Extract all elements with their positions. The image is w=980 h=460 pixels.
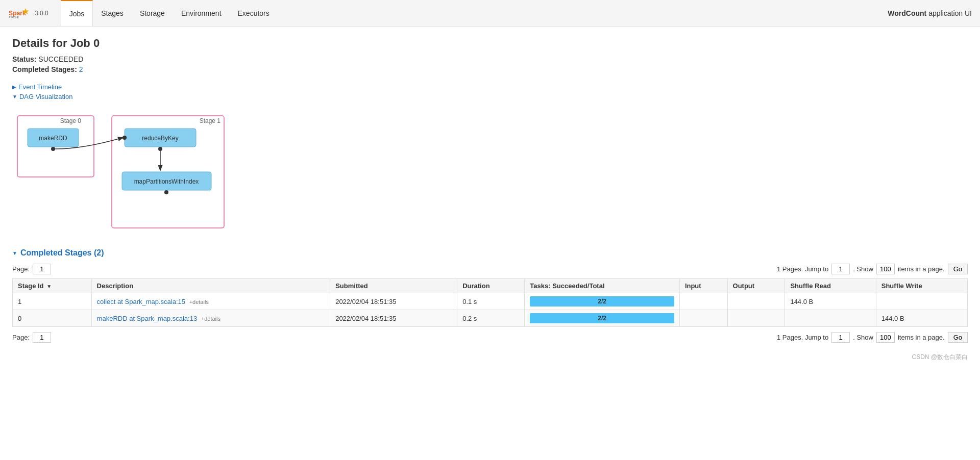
page-label-bottom: Page:: [12, 334, 30, 341]
col-shuffle-read[interactable]: Shuffle Read: [785, 279, 876, 293]
cell-submitted: 2022/02/04 18:51:35: [330, 310, 457, 327]
col-submitted[interactable]: Submitted: [330, 279, 457, 293]
cell-output: [727, 293, 785, 310]
nav-jobs[interactable]: Jobs: [61, 0, 93, 26]
dag-svg: Stage 0 makeRDD Stage 1 reduceByKey mapP…: [12, 106, 247, 238]
table-header: Stage Id ▼ Description Submitted Duratio…: [13, 279, 968, 293]
col-description[interactable]: Description: [91, 279, 330, 293]
description-link[interactable]: makeRDD at Spark_map.scala:13: [97, 315, 198, 322]
stages-table: Stage Id ▼ Description Submitted Duratio…: [12, 278, 968, 327]
app-name: WordCount: [888, 9, 926, 17]
col-stage-id[interactable]: Stage Id ▼: [13, 279, 92, 293]
nav-links: Jobs Stages Storage Environment Executor…: [61, 0, 278, 26]
table-header-row: Stage Id ▼ Description Submitted Duratio…: [13, 279, 968, 293]
cell-description: collect at Spark_map.scala:15 +details: [91, 293, 330, 310]
details-link[interactable]: +details: [201, 316, 220, 322]
page-label-top: Page:: [12, 265, 30, 273]
cell-stage-id: 1: [13, 293, 92, 310]
status-value: SUCCEEDED: [38, 55, 83, 63]
main-content: Details for Job 0 Status: SUCCEEDED Comp…: [0, 27, 980, 372]
completed-stages-line: Completed Stages: 2: [12, 65, 968, 73]
spark-logo-icon: Spark APACHE: [8, 4, 31, 22]
event-timeline-triangle: ▶: [12, 84, 16, 90]
show-input-bottom[interactable]: [876, 332, 895, 343]
col-shuffle-write[interactable]: Shuffle Write: [876, 279, 967, 293]
go-button-bottom[interactable]: Go: [948, 332, 968, 343]
details-link[interactable]: +details: [189, 299, 209, 305]
table-row: 1 collect at Spark_map.scala:15 +details…: [13, 293, 968, 310]
cell-stage-id: 0: [13, 310, 92, 327]
dag-viz-label: DAG Visualization: [19, 93, 73, 100]
page-info-left-bottom: Page:: [12, 332, 51, 343]
page-input-bottom[interactable]: [33, 332, 51, 343]
navbar-title: WordCount application UI: [888, 9, 972, 17]
col-input[interactable]: Input: [679, 279, 727, 293]
svg-text:Stage 0: Stage 0: [60, 117, 82, 124]
nav-storage[interactable]: Storage: [132, 0, 173, 26]
cell-shuffle-write: [876, 293, 967, 310]
dag-viz-toggle[interactable]: ▼ DAG Visualization: [12, 93, 968, 100]
nav-executors[interactable]: Executors: [230, 0, 278, 26]
cell-input: [679, 293, 727, 310]
cell-output: [727, 310, 785, 327]
svg-point-16: [164, 190, 168, 194]
cell-shuffle-write: 144.0 B: [876, 310, 967, 327]
go-button-top[interactable]: Go: [948, 264, 968, 274]
jump-input-top[interactable]: [831, 264, 850, 274]
spark-version: 3.0.0: [35, 10, 48, 17]
cell-duration: 0.2 s: [457, 310, 525, 327]
table-row: 0 makeRDD at Spark_map.scala:13 +details…: [13, 310, 968, 327]
event-timeline-toggle[interactable]: ▶ Event Timeline: [12, 83, 968, 91]
completed-stages-section-header[interactable]: ▼ Completed Stages (2): [12, 248, 968, 258]
col-tasks[interactable]: Tasks: Succeeded/Total: [525, 279, 680, 293]
table-body: 1 collect at Spark_map.scala:15 +details…: [13, 293, 968, 327]
progress-bar-fill: 2/2: [530, 296, 674, 306]
pages-text-bottom: 1 Pages. Jump to: [777, 334, 828, 341]
show-label-bottom: . Show: [853, 334, 873, 341]
progress-bar-fill: 2/2: [530, 313, 674, 323]
svg-point-7: [51, 147, 55, 151]
show-input-top[interactable]: [876, 264, 895, 274]
pages-text-top: 1 Pages. Jump to: [777, 265, 828, 273]
cell-shuffle-read: [785, 310, 876, 327]
nav-stages[interactable]: Stages: [93, 0, 132, 26]
cell-tasks: 2/2: [525, 293, 680, 310]
dag-viz-triangle: ▼: [12, 94, 17, 99]
navbar: Spark APACHE 3.0.0 Jobs Stages Storage E…: [0, 0, 980, 27]
tasks-value: 2/2: [598, 298, 606, 305]
jump-input-bottom[interactable]: [831, 332, 850, 343]
pagination-bottom: Page: 1 Pages. Jump to . Show items in a…: [12, 332, 968, 343]
cell-tasks: 2/2: [525, 310, 680, 327]
cell-shuffle-read: 144.0 B: [785, 293, 876, 310]
completed-stages-label: Completed Stages:: [12, 65, 77, 73]
svg-text:mapPartitionsWithIndex: mapPartitionsWithIndex: [134, 178, 199, 185]
description-link[interactable]: collect at Spark_map.scala:15: [97, 298, 185, 305]
svg-point-12: [122, 136, 127, 140]
nav-environment[interactable]: Environment: [173, 0, 230, 26]
status-label: Status:: [12, 55, 36, 63]
brand: Spark APACHE 3.0.0: [8, 4, 48, 22]
progress-bar-container: 2/2: [530, 296, 674, 306]
page-info-left-top: Page:: [12, 264, 51, 274]
dag-visualization: Stage 0 makeRDD Stage 1 reduceByKey mapP…: [12, 106, 247, 238]
completed-stages-triangle: ▼: [12, 250, 17, 256]
page-info-right-bottom: 1 Pages. Jump to . Show items in a page.…: [777, 332, 968, 343]
pagination-top: Page: 1 Pages. Jump to . Show items in a…: [12, 264, 968, 274]
page-input-top[interactable]: [33, 264, 51, 274]
event-timeline-label: Event Timeline: [18, 83, 62, 91]
tasks-value: 2/2: [598, 315, 606, 322]
status-line: Status: SUCCEEDED: [12, 55, 968, 63]
col-duration[interactable]: Duration: [457, 279, 525, 293]
svg-text:makeRDD: makeRDD: [39, 135, 67, 142]
completed-stages-title: Completed Stages (2): [20, 248, 104, 258]
svg-text:reduceByKey: reduceByKey: [142, 135, 178, 142]
col-output[interactable]: Output: [727, 279, 785, 293]
sort-arrow-stage-id: ▼: [46, 284, 52, 289]
cell-description: makeRDD at Spark_map.scala:13 +details: [91, 310, 330, 327]
page-info-right-top: 1 Pages. Jump to . Show items in a page.…: [777, 264, 968, 274]
svg-text:APACHE: APACHE: [9, 16, 19, 18]
items-label-bottom: items in a page.: [898, 334, 945, 341]
svg-text:Stage 1: Stage 1: [200, 117, 221, 124]
completed-stages-count-link[interactable]: 2: [79, 65, 83, 73]
page-title: Details for Job 0: [12, 37, 968, 50]
